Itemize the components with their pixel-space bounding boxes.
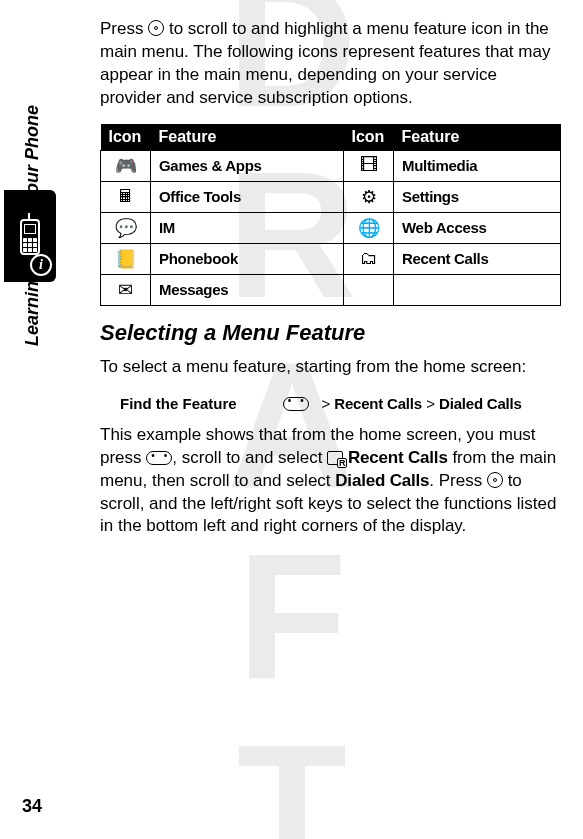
im-label: IM bbox=[151, 212, 344, 243]
find-dialed-calls: Dialed Calls bbox=[439, 395, 522, 412]
sep-2: > bbox=[426, 395, 435, 412]
table-header-row: Icon Feature Icon Feature bbox=[101, 124, 561, 151]
sep-1: > bbox=[321, 395, 330, 412]
im-icon: 💬 bbox=[101, 212, 151, 243]
menu-key-icon bbox=[283, 397, 309, 411]
settings-icon: ⚙ bbox=[344, 181, 394, 212]
web-access-label: Web Access bbox=[394, 212, 561, 243]
table-row: 🎮 Games & Apps 🎞 Multimedia bbox=[101, 150, 561, 181]
page: i Learning to Use Your Phone Press to sc… bbox=[0, 0, 583, 839]
intro-text-post: to scroll to and highlight a menu featur… bbox=[100, 19, 550, 107]
office-tools-icon: 🖩 bbox=[101, 181, 151, 212]
recent-calls-label: Recent Calls bbox=[394, 243, 561, 274]
phonebook-label: Phonebook bbox=[151, 243, 344, 274]
example-paragraph: This example shows that from the home sc… bbox=[100, 424, 561, 539]
phonebook-icon: 📒 bbox=[101, 243, 151, 274]
intro-paragraph: Press to scroll to and highlight a menu … bbox=[100, 18, 561, 110]
multimedia-icon: 🎞 bbox=[344, 150, 394, 181]
th-feature-2: Feature bbox=[394, 124, 561, 151]
ex-d: . Press bbox=[429, 471, 487, 490]
select-lead-text: To select a menu feature, starting from … bbox=[100, 356, 561, 379]
table-row: 💬 IM 🌐 Web Access bbox=[101, 212, 561, 243]
side-tab: i bbox=[4, 190, 56, 390]
intro-text-pre: Press bbox=[100, 19, 148, 38]
nav-key-icon bbox=[487, 472, 503, 488]
page-number: 34 bbox=[22, 796, 42, 817]
recent-calls-icon: 🗂 bbox=[344, 243, 394, 274]
recent-calls-inline-icon bbox=[327, 451, 343, 465]
messages-label: Messages bbox=[151, 274, 344, 305]
table-row: ✉ Messages bbox=[101, 274, 561, 305]
section-heading: Selecting a Menu Feature bbox=[100, 320, 561, 346]
find-the-feature-line: Find the Feature > Recent Calls > Dialed… bbox=[120, 395, 561, 412]
info-badge-icon: i bbox=[30, 254, 52, 276]
table-row: 📒 Phonebook 🗂 Recent Calls bbox=[101, 243, 561, 274]
ex-b: , scroll to and select bbox=[172, 448, 327, 467]
empty-label bbox=[394, 274, 561, 305]
phone-icon bbox=[16, 213, 44, 259]
office-tools-label: Office Tools bbox=[151, 181, 344, 212]
web-access-icon: 🌐 bbox=[344, 212, 394, 243]
table-row: 🖩 Office Tools ⚙ Settings bbox=[101, 181, 561, 212]
menu-key-icon bbox=[146, 451, 172, 465]
messages-icon: ✉ bbox=[101, 274, 151, 305]
th-feature-1: Feature bbox=[151, 124, 344, 151]
empty-icon bbox=[344, 274, 394, 305]
ex-dialed-calls: Dialed Calls bbox=[335, 471, 429, 490]
games-apps-icon: 🎮 bbox=[101, 150, 151, 181]
icon-feature-table: Icon Feature Icon Feature 🎮 Games & Apps… bbox=[100, 124, 561, 306]
th-icon-1: Icon bbox=[101, 124, 151, 151]
find-recent-calls: Recent Calls bbox=[334, 395, 422, 412]
settings-label: Settings bbox=[394, 181, 561, 212]
multimedia-label: Multimedia bbox=[394, 150, 561, 181]
find-lead: Find the Feature bbox=[120, 395, 237, 412]
ex-recent-calls: Recent Calls bbox=[348, 448, 448, 467]
th-icon-2: Icon bbox=[344, 124, 394, 151]
nav-key-icon bbox=[148, 20, 164, 36]
games-apps-label: Games & Apps bbox=[151, 150, 344, 181]
